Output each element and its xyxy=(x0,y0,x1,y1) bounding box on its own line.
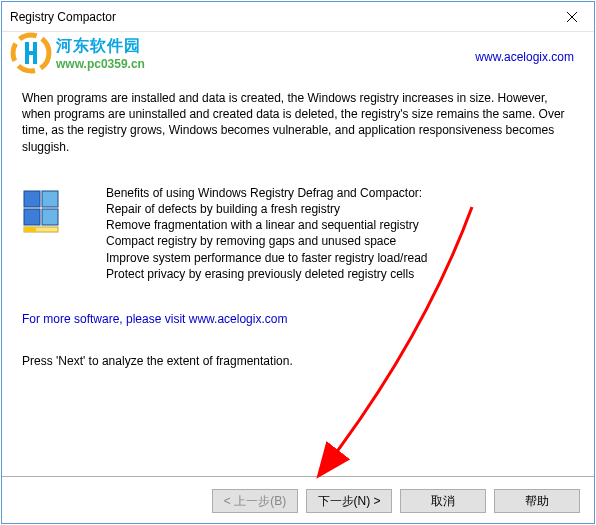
wizard-content: 河东软件园 www.pc0359.cn www.acelogix.com Whe… xyxy=(2,32,594,368)
wizard-buttons: < 上一步(B) 下一步(N) > 取消 帮助 xyxy=(212,489,580,513)
help-button[interactable]: 帮助 xyxy=(494,489,580,513)
watermark-logo-icon xyxy=(10,32,52,74)
svg-rect-6 xyxy=(24,191,40,207)
watermark: 河东软件园 www.pc0359.cn xyxy=(10,32,145,74)
back-button: < 上一步(B) xyxy=(212,489,298,513)
benefit-item: Remove fragmentation with a linear and s… xyxy=(106,217,427,233)
benefit-item: Compact registry by removing gaps and un… xyxy=(106,233,427,249)
svg-rect-9 xyxy=(42,209,58,225)
wizard-window: Registry Compactor 河东软件园 www.pc0359.cn xyxy=(1,1,595,524)
svg-rect-7 xyxy=(42,191,58,207)
svg-rect-11 xyxy=(24,227,36,232)
registry-icon xyxy=(22,189,66,233)
acelogix-link[interactable]: www.acelogix.com xyxy=(475,50,574,64)
benefit-item: Protect privacy by erasing previously de… xyxy=(106,266,427,282)
cancel-button[interactable]: 取消 xyxy=(400,489,486,513)
benefits-heading: Benefits of using Windows Registry Defra… xyxy=(106,185,427,201)
press-next-text: Press 'Next' to analyze the extent of fr… xyxy=(2,326,594,368)
svg-rect-8 xyxy=(24,209,40,225)
header-row: 河东软件园 www.pc0359.cn www.acelogix.com xyxy=(2,32,594,80)
next-button[interactable]: 下一步(N) > xyxy=(306,489,392,513)
more-software-link[interactable]: For more software, please visit www.acel… xyxy=(2,282,594,326)
close-icon xyxy=(567,12,577,22)
benefit-item: Repair of defects by building a fresh re… xyxy=(106,201,427,217)
watermark-text-block: 河东软件园 www.pc0359.cn xyxy=(56,36,145,71)
benefit-item: Improve system performance due to faster… xyxy=(106,250,427,266)
svg-rect-5 xyxy=(25,51,37,55)
close-button[interactable] xyxy=(549,2,594,32)
watermark-title: 河东软件园 xyxy=(56,36,145,57)
watermark-url: www.pc0359.cn xyxy=(56,57,145,71)
titlebar: Registry Compactor xyxy=(2,2,594,32)
benefits-text: Benefits of using Windows Registry Defra… xyxy=(106,185,427,282)
separator-line xyxy=(2,476,594,477)
benefits-section: Benefits of using Windows Registry Defra… xyxy=(2,155,594,282)
window-title: Registry Compactor xyxy=(10,10,549,24)
intro-text: When programs are installed and data is … xyxy=(2,80,594,155)
